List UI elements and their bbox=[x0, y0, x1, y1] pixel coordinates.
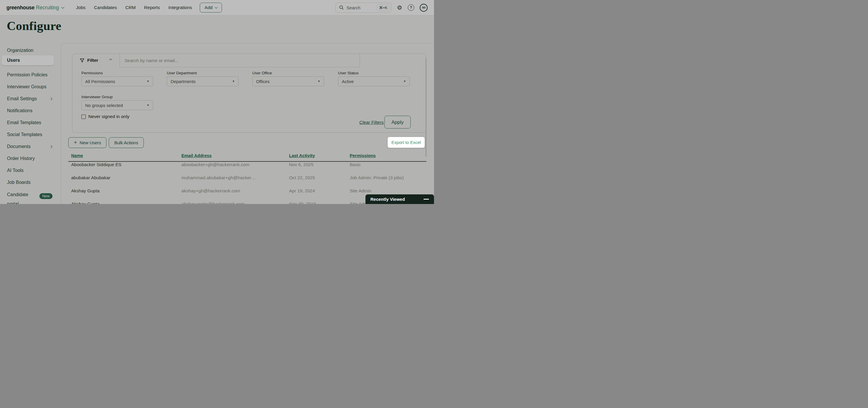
new-users-button[interactable]: + New Users bbox=[68, 137, 106, 148]
cell-name[interactable]: Akshay Gupta bbox=[68, 188, 179, 194]
never-signed-in-checkbox[interactable] bbox=[82, 114, 86, 119]
user-office-value: Offices bbox=[256, 79, 270, 84]
sidebar-item-notifications[interactable]: Notifications bbox=[7, 108, 32, 113]
table-row[interactable]: Akshay Gupta akshay+gh@hackerrank.com Ap… bbox=[68, 188, 426, 194]
logo-secondary: Recruiting bbox=[36, 5, 59, 11]
add-button[interactable]: Add bbox=[200, 3, 222, 12]
cell-permissions: Basic bbox=[347, 162, 426, 167]
cell-last-activity: Nov 6, 2025 bbox=[286, 162, 347, 167]
collapse-chevron-up-icon[interactable] bbox=[110, 59, 112, 62]
table-header-row: Name Email Address Last Activity Permiss… bbox=[68, 151, 426, 162]
sidebar-item-ai-tools[interactable]: AI Tools bbox=[7, 168, 24, 173]
sidebar-item-interviewer-groups[interactable]: Interviewer Groups bbox=[7, 84, 46, 90]
funnel-icon bbox=[80, 58, 84, 63]
users-table: Name Email Address Last Activity Permiss… bbox=[68, 151, 426, 162]
interviewer-group-label: Interviewer Group bbox=[82, 95, 113, 99]
settings-gear-icon[interactable]: ⚙ bbox=[397, 5, 402, 10]
nav-item-reports[interactable]: Reports bbox=[144, 5, 160, 10]
sidebar-item-email-templates[interactable]: Email Templates bbox=[7, 120, 41, 125]
user-office-label: User Office bbox=[252, 71, 272, 75]
cell-last-activity: Sep 30, 2019 bbox=[286, 201, 347, 204]
filter-title: Filter bbox=[87, 58, 98, 63]
chevron-down-icon bbox=[215, 6, 218, 8]
nav-right-group: Search ⌘+K ⚙ ? SD bbox=[335, 3, 428, 13]
column-header-email[interactable]: Email Address bbox=[179, 153, 286, 158]
filter-panel: Filter Permissions All Permissions ▼ Use… bbox=[72, 54, 426, 133]
new-users-label: New Users bbox=[80, 140, 101, 145]
sidebar-item-users[interactable]: Users bbox=[2, 55, 54, 65]
dropdown-caret-icon: ▼ bbox=[147, 104, 149, 107]
column-header-last-activity[interactable]: Last Activity bbox=[286, 153, 347, 158]
search-shortcut-badge: ⌘+K bbox=[377, 4, 390, 11]
app-window: greenhouse Recruiting Jobs Candidates CR… bbox=[0, 0, 434, 204]
add-button-label: Add bbox=[205, 5, 213, 10]
column-header-name[interactable]: Name bbox=[68, 153, 179, 158]
help-icon[interactable]: ? bbox=[408, 4, 414, 11]
greenhouse-logo[interactable]: greenhouse Recruiting bbox=[6, 5, 64, 11]
dropdown-caret-icon: ▼ bbox=[147, 80, 149, 83]
nav-item-crm[interactable]: CRM bbox=[125, 5, 135, 10]
search-icon bbox=[339, 5, 344, 10]
nav-item-jobs[interactable]: Jobs bbox=[76, 5, 86, 10]
cell-permissions: Site Admin bbox=[347, 188, 426, 194]
sidebar-item-email-settings[interactable]: Email Settings bbox=[7, 96, 37, 101]
bulk-actions-button[interactable]: Bulk Actions bbox=[109, 137, 144, 148]
interviewer-group-value: No groups selected bbox=[85, 103, 123, 108]
minimize-icon[interactable] bbox=[424, 199, 429, 200]
logo-primary: greenhouse bbox=[6, 5, 34, 11]
cell-name[interactable]: abubakar Abubakar bbox=[68, 175, 179, 180]
permissions-label: Permissions bbox=[82, 71, 103, 75]
global-search-input[interactable]: Search ⌘+K bbox=[335, 3, 392, 13]
bulk-actions-label: Bulk Actions bbox=[114, 140, 138, 145]
user-avatar[interactable]: SD bbox=[420, 4, 428, 12]
page-title: Configure bbox=[7, 19, 61, 33]
recently-viewed-label: Recently Viewed bbox=[370, 197, 405, 202]
cell-name[interactable]: Akshay Gupta bbox=[68, 201, 179, 204]
sidebar-item-job-boards[interactable]: Job Boards bbox=[7, 180, 31, 185]
table-row[interactable]: abubakar Abubakar muhammad.abubakar+gh@h… bbox=[68, 175, 426, 180]
sidebar-item-documents[interactable]: Documents bbox=[7, 144, 31, 149]
filter-search-input[interactable] bbox=[120, 54, 360, 67]
permissions-dropdown[interactable]: All Permissions ▼ bbox=[82, 76, 153, 86]
user-status-dropdown[interactable]: Active ▼ bbox=[338, 76, 410, 86]
nav-links: Jobs Candidates CRM Reports Integrations bbox=[76, 5, 192, 10]
cell-email: muhammad.abubakar+gh@hacker… bbox=[179, 175, 286, 180]
cell-email: aboobacker+gh@hackerrank.com bbox=[179, 162, 286, 167]
user-department-value: Departments bbox=[170, 79, 196, 84]
nav-item-candidates[interactable]: Candidates bbox=[94, 5, 117, 10]
sidebar-item-social-templates[interactable]: Social Templates bbox=[7, 132, 42, 137]
user-department-label: User Department bbox=[167, 71, 197, 75]
apply-button[interactable]: Apply bbox=[384, 116, 411, 129]
chevron-right-icon bbox=[50, 98, 52, 100]
sidebar-item-permission-policies[interactable]: Permission Policies bbox=[7, 72, 48, 77]
search-placeholder: Search bbox=[346, 5, 374, 10]
cell-name[interactable]: Aboobacker Siddique ES bbox=[68, 162, 179, 167]
permissions-value: All Permissions bbox=[85, 79, 115, 84]
nav-item-integrations[interactable]: Integrations bbox=[168, 5, 192, 10]
never-signed-in-label: Never signed in only bbox=[88, 114, 129, 119]
column-header-permissions[interactable]: Permissions bbox=[347, 153, 426, 158]
user-office-dropdown[interactable]: Offices ▼ bbox=[252, 76, 324, 86]
top-nav: greenhouse Recruiting Jobs Candidates CR… bbox=[0, 0, 434, 15]
new-badge: New bbox=[39, 193, 53, 199]
plus-icon: + bbox=[74, 139, 77, 146]
user-status-value: Active bbox=[342, 79, 354, 84]
user-department-dropdown[interactable]: Departments ▼ bbox=[167, 76, 239, 86]
filter-toggle[interactable]: Filter bbox=[80, 58, 98, 63]
scrollbar[interactable] bbox=[426, 58, 426, 157]
interviewer-group-dropdown[interactable]: No groups selected ▼ bbox=[82, 100, 153, 110]
chevron-right-icon bbox=[50, 145, 52, 148]
cell-last-activity: Oct 22, 2025 bbox=[286, 175, 347, 180]
cell-permissions: Job Admin: Private (3 jobs) bbox=[347, 175, 426, 180]
dropdown-caret-icon: ▼ bbox=[232, 80, 235, 83]
clear-filters-link[interactable]: Clear Filters bbox=[359, 120, 384, 125]
table-row[interactable]: Aboobacker Siddique ES aboobacker+gh@hac… bbox=[68, 162, 426, 167]
sidebar-item-order-history[interactable]: Order History bbox=[7, 156, 35, 161]
cell-last-activity: Apr 19, 2024 bbox=[286, 188, 347, 194]
sidebar-item-organization[interactable]: Organization bbox=[7, 48, 34, 53]
export-to-excel-button[interactable]: Export to Excel bbox=[388, 137, 425, 148]
recently-viewed-panel[interactable]: Recently Viewed bbox=[366, 194, 434, 204]
cell-email: akshay+gh@hackerrank.com bbox=[179, 188, 286, 194]
sidebar-item-candidate-portal[interactable]: Candidate portal bbox=[7, 190, 35, 204]
chevron-down-icon bbox=[62, 6, 64, 8]
